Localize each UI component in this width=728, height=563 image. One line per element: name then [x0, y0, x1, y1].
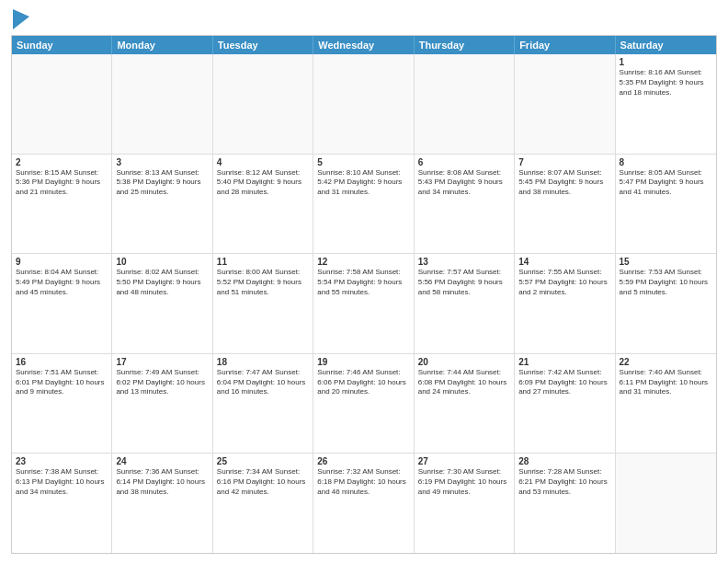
cal-cell: 28Sunrise: 7:28 AM Sunset: 6:21 PM Dayli… — [515, 454, 615, 553]
day-info: Sunrise: 7:58 AM Sunset: 5:54 PM Dayligh… — [317, 268, 409, 297]
cal-cell — [313, 54, 414, 154]
day-number: 4 — [217, 157, 309, 167]
day-info: Sunrise: 8:12 AM Sunset: 5:40 PM Dayligh… — [217, 168, 309, 198]
cal-cell: 13Sunrise: 7:57 AM Sunset: 5:56 PM Dayli… — [415, 254, 515, 353]
cal-cell — [515, 54, 615, 154]
logo-icon — [13, 9, 29, 29]
cal-week-3: 16Sunrise: 7:51 AM Sunset: 6:01 PM Dayli… — [12, 354, 716, 454]
logo — [11, 9, 29, 29]
day-info: Sunrise: 7:42 AM Sunset: 6:09 PM Dayligh… — [518, 368, 610, 397]
svg-marker-0 — [13, 9, 29, 29]
cal-cell: 7Sunrise: 8:07 AM Sunset: 5:45 PM Daylig… — [515, 155, 615, 254]
day-number: 20 — [418, 357, 510, 367]
cal-cell: 22Sunrise: 7:40 AM Sunset: 6:11 PM Dayli… — [616, 354, 716, 454]
day-number: 5 — [317, 157, 409, 167]
day-number: 23 — [16, 456, 108, 466]
cal-cell — [112, 54, 212, 154]
day-info: Sunrise: 8:00 AM Sunset: 5:52 PM Dayligh… — [217, 268, 309, 297]
day-number: 8 — [620, 157, 712, 167]
day-number: 11 — [217, 257, 309, 267]
day-info: Sunrise: 7:47 AM Sunset: 6:04 PM Dayligh… — [217, 368, 309, 397]
day-number: 9 — [16, 257, 108, 267]
day-number: 1 — [620, 57, 712, 67]
cal-cell: 16Sunrise: 7:51 AM Sunset: 6:01 PM Dayli… — [12, 354, 112, 454]
day-number: 22 — [620, 357, 712, 367]
cal-cell: 18Sunrise: 7:47 AM Sunset: 6:04 PM Dayli… — [213, 354, 313, 454]
day-number: 24 — [116, 456, 208, 466]
cal-cell: 17Sunrise: 7:49 AM Sunset: 6:02 PM Dayli… — [112, 354, 212, 454]
day-info: Sunrise: 8:07 AM Sunset: 5:45 PM Dayligh… — [518, 168, 610, 198]
cal-cell: 10Sunrise: 8:02 AM Sunset: 5:50 PM Dayli… — [112, 254, 212, 353]
cal-cell: 25Sunrise: 7:34 AM Sunset: 6:16 PM Dayli… — [213, 454, 313, 553]
day-info: Sunrise: 7:46 AM Sunset: 6:06 PM Dayligh… — [317, 368, 409, 397]
header-day-saturday: Saturday — [616, 36, 716, 54]
day-number: 17 — [116, 357, 208, 367]
day-info: Sunrise: 8:08 AM Sunset: 5:43 PM Dayligh… — [418, 168, 510, 198]
day-info: Sunrise: 7:53 AM Sunset: 5:59 PM Dayligh… — [620, 268, 712, 297]
day-number: 19 — [317, 357, 409, 367]
cal-cell: 23Sunrise: 7:38 AM Sunset: 6:13 PM Dayli… — [12, 454, 112, 553]
header-day-wednesday: Wednesday — [313, 36, 414, 54]
header-day-friday: Friday — [515, 36, 615, 54]
day-info: Sunrise: 8:16 AM Sunset: 5:35 PM Dayligh… — [620, 68, 712, 98]
day-number: 7 — [518, 157, 610, 167]
cal-cell — [12, 54, 112, 154]
day-info: Sunrise: 7:57 AM Sunset: 5:56 PM Dayligh… — [418, 268, 510, 297]
header-day-sunday: Sunday — [12, 36, 112, 54]
day-number: 10 — [116, 257, 208, 267]
day-info: Sunrise: 7:30 AM Sunset: 6:19 PM Dayligh… — [418, 467, 510, 497]
calendar: SundayMondayTuesdayWednesdayThursdayFrid… — [11, 35, 717, 554]
page: SundayMondayTuesdayWednesdayThursdayFrid… — [0, 0, 728, 563]
day-number: 27 — [418, 456, 510, 466]
cal-cell: 15Sunrise: 7:53 AM Sunset: 5:59 PM Dayli… — [616, 254, 716, 353]
day-info: Sunrise: 7:36 AM Sunset: 6:14 PM Dayligh… — [116, 467, 208, 497]
day-number: 3 — [116, 157, 208, 167]
day-number: 14 — [518, 257, 610, 267]
day-info: Sunrise: 8:02 AM Sunset: 5:50 PM Dayligh… — [116, 268, 208, 297]
header-day-tuesday: Tuesday — [213, 36, 313, 54]
day-info: Sunrise: 7:55 AM Sunset: 5:57 PM Dayligh… — [518, 268, 610, 297]
cal-week-1: 2Sunrise: 8:15 AM Sunset: 5:36 PM Daylig… — [12, 155, 716, 255]
day-info: Sunrise: 7:44 AM Sunset: 6:08 PM Dayligh… — [418, 368, 510, 397]
day-info: Sunrise: 8:15 AM Sunset: 5:36 PM Dayligh… — [16, 168, 108, 198]
day-number: 25 — [217, 456, 309, 466]
cal-cell: 8Sunrise: 8:05 AM Sunset: 5:47 PM Daylig… — [616, 155, 716, 254]
cal-cell: 9Sunrise: 8:04 AM Sunset: 5:49 PM Daylig… — [12, 254, 112, 353]
cal-week-4: 23Sunrise: 7:38 AM Sunset: 6:13 PM Dayli… — [12, 454, 716, 553]
calendar-header: SundayMondayTuesdayWednesdayThursdayFrid… — [12, 36, 716, 54]
day-number: 15 — [620, 257, 712, 267]
cal-cell: 4Sunrise: 8:12 AM Sunset: 5:40 PM Daylig… — [213, 155, 313, 254]
day-number: 18 — [217, 357, 309, 367]
header-day-monday: Monday — [112, 36, 212, 54]
day-number: 26 — [317, 456, 409, 466]
day-info: Sunrise: 8:05 AM Sunset: 5:47 PM Dayligh… — [620, 168, 712, 198]
cal-cell — [415, 54, 515, 154]
cal-cell: 1Sunrise: 8:16 AM Sunset: 5:35 PM Daylig… — [616, 54, 716, 154]
day-info: Sunrise: 8:04 AM Sunset: 5:49 PM Dayligh… — [16, 268, 108, 297]
cal-cell: 5Sunrise: 8:10 AM Sunset: 5:42 PM Daylig… — [313, 155, 414, 254]
cal-cell: 21Sunrise: 7:42 AM Sunset: 6:09 PM Dayli… — [515, 354, 615, 454]
header — [11, 9, 717, 29]
cal-cell: 14Sunrise: 7:55 AM Sunset: 5:57 PM Dayli… — [515, 254, 615, 353]
cal-cell — [616, 454, 716, 553]
cal-cell: 27Sunrise: 7:30 AM Sunset: 6:19 PM Dayli… — [415, 454, 515, 553]
day-info: Sunrise: 7:51 AM Sunset: 6:01 PM Dayligh… — [16, 368, 108, 397]
calendar-body: 1Sunrise: 8:16 AM Sunset: 5:35 PM Daylig… — [12, 54, 716, 553]
day-number: 16 — [16, 357, 108, 367]
day-info: Sunrise: 7:32 AM Sunset: 6:18 PM Dayligh… — [317, 467, 409, 497]
cal-cell: 11Sunrise: 8:00 AM Sunset: 5:52 PM Dayli… — [213, 254, 313, 353]
day-number: 6 — [418, 157, 510, 167]
day-info: Sunrise: 7:49 AM Sunset: 6:02 PM Dayligh… — [116, 368, 208, 397]
cal-cell: 19Sunrise: 7:46 AM Sunset: 6:06 PM Dayli… — [313, 354, 414, 454]
day-number: 21 — [518, 357, 610, 367]
cal-week-2: 9Sunrise: 8:04 AM Sunset: 5:49 PM Daylig… — [12, 254, 716, 354]
day-number: 2 — [16, 157, 108, 167]
cal-cell: 6Sunrise: 8:08 AM Sunset: 5:43 PM Daylig… — [415, 155, 515, 254]
day-number: 13 — [418, 257, 510, 267]
cal-cell: 2Sunrise: 8:15 AM Sunset: 5:36 PM Daylig… — [12, 155, 112, 254]
day-number: 28 — [518, 456, 610, 466]
cal-cell: 12Sunrise: 7:58 AM Sunset: 5:54 PM Dayli… — [313, 254, 414, 353]
cal-cell: 26Sunrise: 7:32 AM Sunset: 6:18 PM Dayli… — [313, 454, 414, 553]
header-day-thursday: Thursday — [415, 36, 515, 54]
day-info: Sunrise: 7:38 AM Sunset: 6:13 PM Dayligh… — [16, 467, 108, 497]
